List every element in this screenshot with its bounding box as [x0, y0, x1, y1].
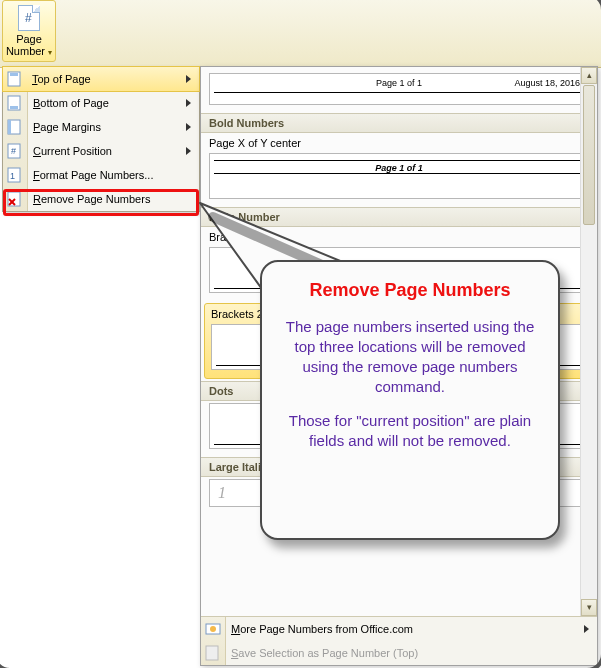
submenu-arrow-icon	[186, 147, 191, 155]
gallery-entry-dots[interactable]	[201, 401, 597, 457]
gallery-preview: Page 1 of 1 August 18, 2016	[209, 73, 589, 105]
dd-label: Format Page Numbers...	[33, 169, 153, 181]
gallery-preview: 1	[209, 479, 589, 507]
gallery-category: Plain Number	[201, 207, 597, 227]
chevron-down-icon: ▾	[48, 48, 52, 57]
dd-label: Page Margins	[33, 121, 101, 133]
submenu-arrow-icon	[584, 625, 589, 633]
dd-label: Remove Page Numbers	[33, 193, 150, 205]
dd-bottom-of-page[interactable]: Bottom of Page	[3, 91, 199, 115]
footer-label: Save Selection as Page Number (Top)	[231, 647, 418, 659]
gallery-scrollbar[interactable]: ▴ ▾	[580, 67, 597, 616]
dd-page-margins[interactable]: Page Margins	[3, 115, 199, 139]
current-position-icon: #	[7, 143, 23, 159]
top-of-page-icon	[7, 71, 23, 87]
page-number-dropdown: Top of Page Bottom of Page Page Margins …	[2, 66, 200, 212]
more-page-numbers[interactable]: More Page Numbers from Office.com	[201, 617, 597, 641]
svg-rect-3	[10, 106, 18, 109]
page-number-label-2: Number ▾	[3, 45, 55, 59]
gallery-entry-title: Brackets 1	[209, 229, 589, 247]
save-selection-as-page-number: Save Selection as Page Number (Top)	[201, 641, 597, 665]
gallery-footer: More Page Numbers from Office.com Save S…	[201, 616, 597, 665]
svg-text:#: #	[11, 146, 16, 156]
gallery-preview: Page 1 of 1	[209, 153, 589, 199]
top-of-page-gallery: Page 1 of 1 August 18, 2016 Bold Numbers…	[200, 66, 598, 666]
svg-rect-5	[8, 120, 11, 134]
submenu-arrow-icon	[186, 75, 191, 83]
office-com-icon	[205, 621, 221, 637]
dd-label: Current Position	[33, 145, 112, 157]
dd-label: Bottom of Page	[33, 97, 109, 109]
gallery-preview	[211, 324, 587, 370]
page-number-button[interactable]: Page Number ▾	[2, 0, 56, 62]
submenu-arrow-icon	[186, 99, 191, 107]
gallery-entry-title: Brackets 2	[211, 306, 587, 324]
svg-rect-15	[206, 646, 218, 660]
dd-current-position[interactable]: # Current Position	[3, 139, 199, 163]
format-page-numbers-icon: 1	[7, 167, 23, 183]
gallery-preview	[209, 247, 589, 293]
scroll-up-button[interactable]: ▴	[581, 67, 597, 84]
submenu-arrow-icon	[186, 123, 191, 131]
save-selection-icon	[205, 645, 221, 661]
bottom-of-page-icon	[7, 95, 23, 111]
gallery-entry[interactable]: Page 1 of 1 August 18, 2016	[201, 67, 597, 113]
gallery-preview	[209, 403, 589, 449]
scroll-down-button[interactable]: ▾	[581, 599, 597, 616]
svg-rect-1	[10, 73, 18, 76]
gallery-entry-large-italics[interactable]: 1	[201, 477, 597, 515]
svg-point-14	[210, 626, 216, 632]
svg-text:1: 1	[10, 171, 15, 181]
scroll-thumb[interactable]	[583, 85, 595, 225]
gallery-entry[interactable]: Page X of Y center Page 1 of 1	[201, 133, 597, 207]
page-number-label-1: Page	[3, 33, 55, 45]
gallery-entry-brackets-1[interactable]: Brackets 1	[201, 227, 597, 301]
preview-text: 1	[218, 484, 226, 502]
dd-format-page-numbers[interactable]: 1 Format Page Numbers...	[3, 163, 199, 187]
gallery-category: Bold Numbers	[201, 113, 597, 133]
dd-top-of-page[interactable]: Top of Page	[2, 66, 200, 92]
footer-label: More Page Numbers from Office.com	[231, 623, 413, 635]
ribbon: Page Number ▾	[0, 0, 601, 68]
gallery-entry-title: Page X of Y center	[209, 135, 589, 153]
gallery-entry-brackets-2[interactable]: Brackets 2	[204, 303, 594, 379]
remove-page-numbers-icon	[7, 191, 23, 207]
dd-label: Top of Page	[32, 73, 91, 85]
gallery-category: Large Italics 1	[201, 457, 597, 477]
page-margins-icon	[7, 119, 23, 135]
preview-text: August 18, 2016	[514, 78, 580, 88]
gallery-category: Dots	[201, 381, 597, 401]
page-number-icon	[18, 5, 40, 31]
dd-remove-page-numbers[interactable]: Remove Page Numbers	[3, 187, 199, 211]
preview-text: Page 1 of 1	[210, 163, 588, 173]
